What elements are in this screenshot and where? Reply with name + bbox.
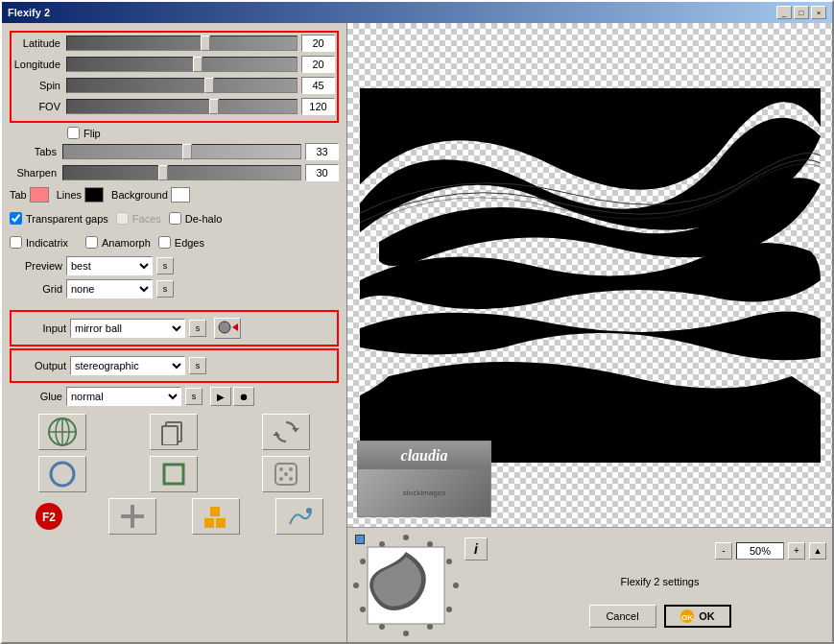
flip-row: Flip: [67, 127, 339, 139]
svg-text:OK: OK: [681, 613, 693, 622]
dialog-buttons: Cancel OK OK: [589, 605, 731, 628]
cancel-button[interactable]: Cancel: [589, 605, 656, 628]
flip-label: Flip: [83, 128, 101, 139]
sharpen-slider[interactable]: [62, 165, 301, 180]
transparent-gaps-checkbox[interactable]: [10, 212, 22, 225]
cross-button[interactable]: [108, 498, 156, 535]
tab-color-item: Tab: [10, 187, 49, 203]
svg-point-32: [403, 631, 409, 636]
svg-point-33: [379, 624, 385, 630]
grid-row: Grid none sparse dense s: [10, 279, 339, 298]
svg-marker-8: [292, 428, 299, 432]
settings-label: Flexify 2 settings: [621, 576, 700, 587]
sharpen-thumb[interactable]: [158, 165, 168, 180]
tabs-thumb[interactable]: [182, 144, 192, 159]
flip-checkbox[interactable]: [67, 127, 80, 139]
maximize-button[interactable]: □: [794, 6, 809, 19]
bird-button[interactable]: [275, 498, 323, 535]
latitude-thumb[interactable]: [201, 36, 210, 51]
fov-input[interactable]: [301, 98, 335, 115]
svg-point-34: [360, 607, 366, 612]
right-bottom-bar: i - + ▲ Flexify 2 settings Cancel: [347, 527, 832, 642]
tabs-input[interactable]: [305, 143, 339, 160]
transparent-gaps-row: Transparent gaps: [10, 212, 108, 225]
sharpen-input[interactable]: [305, 164, 339, 181]
latitude-slider[interactable]: [66, 36, 298, 51]
input-red-group: Input mirror ball equirectangular cylind…: [10, 310, 339, 346]
zoom-arrow-button[interactable]: ▲: [809, 542, 826, 560]
faces-row: Faces: [116, 212, 161, 225]
preview-reset-button[interactable]: s: [156, 257, 174, 274]
output-dropdown[interactable]: stereographic equirectangular cylindrica…: [70, 356, 185, 375]
faces-checkbox[interactable]: [116, 212, 129, 225]
minimize-button[interactable]: _: [776, 6, 792, 19]
tabs-slider[interactable]: [62, 144, 301, 159]
glue-reset-button[interactable]: s: [185, 388, 203, 405]
de-halo-row: De-halo: [169, 212, 223, 225]
spin-input[interactable]: [301, 77, 335, 94]
background-color-swatch[interactable]: [171, 187, 190, 203]
preview-dropdown[interactable]: best good fast: [66, 256, 153, 275]
circle-button[interactable]: [38, 456, 86, 492]
dots-circle-svg: [353, 533, 459, 638]
input-row: Input mirror ball equirectangular cylind…: [13, 318, 335, 339]
rotate-button[interactable]: [262, 414, 310, 450]
output-reset-button[interactable]: s: [189, 357, 206, 374]
glue-label: Glue: [10, 391, 62, 402]
edges-label: Edges: [175, 237, 204, 249]
square-button[interactable]: [150, 456, 198, 492]
dots-indicator: [353, 533, 459, 638]
fov-thumb[interactable]: [209, 99, 219, 114]
fov-slider[interactable]: [66, 99, 298, 114]
glue-dropdown[interactable]: normal blend replace: [66, 387, 181, 406]
svg-point-31: [427, 624, 433, 630]
fov-row: FOV: [13, 98, 335, 115]
content-area: Latitude Longitude: [2, 23, 832, 642]
lines-color-swatch[interactable]: [84, 187, 104, 203]
glue-play-buttons: ▶ ⏺: [210, 387, 254, 406]
longitude-value-box: [301, 56, 335, 73]
de-halo-label: De-halo: [185, 213, 223, 225]
play-button[interactable]: ▶: [210, 387, 231, 406]
spin-thumb[interactable]: [204, 78, 214, 93]
tab-color-swatch[interactable]: [30, 187, 49, 203]
copy-button[interactable]: [150, 414, 198, 450]
longitude-input[interactable]: [301, 56, 335, 73]
grid-reset-button[interactable]: s: [156, 280, 174, 298]
latitude-input[interactable]: [301, 35, 335, 52]
watermark-area: claudia stockimages: [357, 441, 491, 517]
tab-color-label: Tab: [10, 189, 27, 201]
spin-value-box: [301, 77, 335, 94]
zoom-value-input[interactable]: [736, 542, 784, 560]
watermark-bottom: stockimages: [358, 469, 490, 516]
controls-right: - + ▲ Flexify 2 settings Cancel OK OK: [493, 534, 826, 636]
input-dropdown[interactable]: mirror ball equirectangular cylindrical: [70, 319, 185, 338]
preview-label: Preview: [10, 260, 62, 272]
spin-slider[interactable]: [66, 78, 298, 93]
dice-button[interactable]: [262, 456, 310, 492]
longitude-thumb[interactable]: [193, 57, 203, 72]
anamorph-checkbox[interactable]: [85, 236, 98, 249]
record-button[interactable]: ⏺: [233, 387, 254, 406]
indicatrix-row: Indicatrix: [10, 236, 68, 249]
zoom-minus-button[interactable]: -: [715, 542, 732, 560]
indicatrix-checkbox[interactable]: [10, 236, 22, 249]
artwork-svg: [360, 88, 821, 463]
zoom-plus-button[interactable]: +: [788, 542, 805, 560]
globe-button[interactable]: [38, 414, 86, 450]
longitude-label: Longitude: [13, 59, 66, 70]
de-halo-checkbox[interactable]: [169, 212, 181, 225]
sphere-preview-button[interactable]: [214, 318, 241, 339]
background-color-item: Background: [111, 187, 190, 203]
ok-button[interactable]: OK OK: [664, 605, 731, 628]
edges-checkbox[interactable]: [158, 236, 171, 249]
longitude-slider[interactable]: [66, 57, 298, 72]
grid-dropdown[interactable]: none sparse dense: [66, 279, 153, 298]
blocks-button[interactable]: [192, 498, 240, 535]
close-button[interactable]: ×: [811, 6, 826, 19]
fov-label: FOV: [13, 101, 66, 112]
input-reset-button[interactable]: s: [189, 320, 206, 337]
svg-point-26: [403, 535, 409, 540]
info-button[interactable]: i: [465, 537, 488, 561]
bottom-button-row-3: F2: [10, 498, 339, 535]
